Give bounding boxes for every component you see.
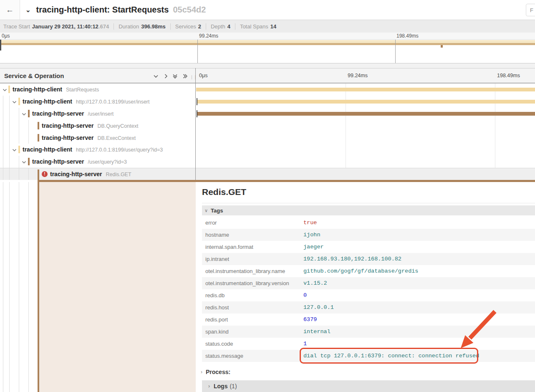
- timeline-tick-label: 99.24ms: [348, 73, 368, 78]
- span-service-name: tracing-http-client: [13, 86, 62, 93]
- column-divider[interactable]: [195, 68, 196, 180]
- tree-guide-line: [3, 108, 3, 120]
- tags-section-header[interactable]: ∨ Tags: [202, 205, 535, 215]
- tree-guide-line: [3, 144, 3, 156]
- minimap-gridline: [395, 40, 396, 63]
- span-expand-chevron-icon[interactable]: [21, 159, 27, 164]
- tag-key: error: [205, 217, 217, 229]
- tag-key: status.code: [205, 338, 233, 350]
- span-color-bar: [38, 134, 39, 142]
- span-expand-chevron-icon[interactable]: [21, 111, 27, 116]
- expand-all-icon[interactable]: [182, 73, 188, 79]
- tag-row: hostname ijohn: [202, 229, 535, 241]
- tag-row: otel.instrumentation_library.name github…: [202, 265, 535, 277]
- summary-value: 4: [227, 23, 230, 30]
- title-bar: ← ⌄ tracing-http-client: StartRequests 0…: [0, 0, 535, 20]
- minimap-gridline: [197, 40, 198, 63]
- tag-value: v1.15.2: [303, 277, 327, 289]
- minimap-server-band: [0, 43, 535, 45]
- summary-suffix: .674: [98, 23, 109, 30]
- span-duration-bar[interactable]: [196, 88, 535, 91]
- span-row[interactable]: tracing-http-clienthttp://127.0.0.1:8199…: [0, 96, 535, 108]
- span-service-and-operation: tracing-http-clientStartRequests: [13, 86, 99, 93]
- span-expand-chevron-icon[interactable]: [2, 87, 8, 92]
- span-row[interactable]: tracing-http-clientStartRequests: [0, 83, 535, 96]
- tree-guide-line: [28, 182, 29, 392]
- tag-row: internal.span.format jaeger: [202, 241, 535, 253]
- title-collapse-chevron-icon[interactable]: ⌄: [25, 6, 31, 14]
- partial-button[interactable]: F: [526, 4, 535, 16]
- span-detail-title: Redis.GET: [202, 187, 246, 197]
- process-section-header[interactable]: › Process:: [201, 366, 534, 378]
- timeline-tick-label: 0μs: [199, 73, 207, 78]
- tag-row: error true: [202, 217, 535, 229]
- tree-guide-line: [3, 120, 3, 132]
- tag-value: ijohn: [303, 229, 320, 241]
- span-service-and-operation: tracing-http-server/user/insert: [32, 110, 114, 117]
- span-operation-name: DB.QueryContext: [97, 123, 138, 129]
- tree-guide-line: [9, 144, 10, 156]
- timeline-tick-label: 198.49ms: [497, 73, 520, 78]
- minimap-tick-label: 0μs: [2, 33, 10, 39]
- span-row[interactable]: tracing-http-clienthttp://127.0.0.1:8199…: [0, 144, 535, 156]
- summary-value: 14: [270, 23, 276, 30]
- selected-span-left-backdrop: [39, 182, 196, 392]
- summary-value: 2: [198, 23, 201, 30]
- minimap-canvas[interactable]: [0, 40, 535, 63]
- collapse-all-icon[interactable]: [172, 73, 178, 79]
- tag-value: github.com/gogf/gf/database/gredis: [303, 265, 418, 277]
- tag-key: redis.db: [205, 289, 225, 301]
- chevron-down-icon: ∨: [204, 208, 208, 213]
- expand-one-icon[interactable]: [163, 73, 169, 79]
- span-detail-panel: Redis.GET ∨ Tags error true hostname ijo…: [196, 182, 535, 392]
- tag-value: 0: [303, 289, 307, 301]
- tree-guide-line: [9, 120, 10, 132]
- tag-row: span.kind internal: [202, 326, 535, 338]
- logs-section-header[interactable]: › Logs (1): [202, 380, 535, 392]
- detail-divider: [202, 203, 535, 203]
- span-operation-name: DB.ExecContext: [97, 135, 136, 141]
- span-row[interactable]: tracing-http-serverDB.ExecContext: [0, 132, 535, 144]
- span-service-and-operation: tracing-http-serverRedis.GET: [50, 171, 131, 177]
- span-operation-name: Redis.GET: [106, 172, 131, 177]
- trace-summary-item: Trace Start January 29 2021, 11:40:12 .6…: [3, 23, 114, 30]
- trace-id: 05c54d2: [173, 5, 206, 15]
- tag-row: status.code 1: [202, 338, 535, 350]
- logs-count: (1): [230, 383, 237, 389]
- tags-table: error true hostname ijohn internal.span.…: [202, 217, 535, 362]
- span-service-name: tracing-http-client: [23, 146, 72, 153]
- span-row[interactable]: tracing-http-serverDB.QueryContext: [0, 120, 535, 132]
- back-button[interactable]: ←: [0, 0, 20, 20]
- tree-guide-line: [19, 156, 19, 168]
- span-operation-name: /user/insert: [88, 111, 114, 117]
- tree-guide-line: [9, 132, 10, 144]
- span-service-and-operation: tracing-http-serverDB.ExecContext: [42, 134, 136, 141]
- summary-label: Trace Start: [3, 23, 30, 30]
- span-row[interactable]: ! tracing-http-serverRedis.GET: [0, 168, 535, 180]
- span-color-bar: [28, 110, 30, 117]
- tag-key: redis.host: [205, 301, 229, 314]
- span-row[interactable]: tracing-http-server/user/insert: [0, 108, 535, 120]
- span-row[interactable]: tracing-http-server/user/query?id=3: [0, 156, 535, 168]
- tag-key: internal.span.format: [205, 241, 253, 253]
- span-expand-chevron-icon[interactable]: [12, 99, 17, 104]
- tag-key: redis.port: [205, 314, 228, 326]
- span-duration-bar[interactable]: [197, 112, 535, 116]
- span-bar-start-tick: [197, 110, 197, 117]
- trace-minimap: 0μs99.24ms198.49ms: [0, 33, 535, 68]
- back-arrow-icon: ←: [6, 5, 14, 15]
- service-operation-title: Service & Operation: [4, 72, 64, 79]
- span-duration-bar[interactable]: [197, 100, 535, 104]
- tag-row: otel.instrumentation_library.version v1.…: [202, 277, 535, 289]
- span-service-and-operation: tracing-http-serverDB.QueryContext: [42, 122, 138, 129]
- span-expand-chevron-icon[interactable]: [12, 147, 17, 152]
- column-resize-handle[interactable]: ❘❘: [190, 75, 193, 79]
- minimap-tick-labels: 0μs99.24ms198.49ms: [0, 33, 535, 40]
- tag-row: redis.db 0: [202, 289, 535, 301]
- tag-row: status.message dial tcp 127.0.0.1:6379: …: [202, 350, 535, 362]
- tree-guide-line: [3, 182, 3, 392]
- collapse-one-icon[interactable]: [153, 73, 159, 79]
- span-service-name: tracing-http-server: [42, 122, 93, 129]
- minimap-scrubber-handle[interactable]: [0, 40, 1, 51]
- tag-key: span.kind: [205, 326, 229, 338]
